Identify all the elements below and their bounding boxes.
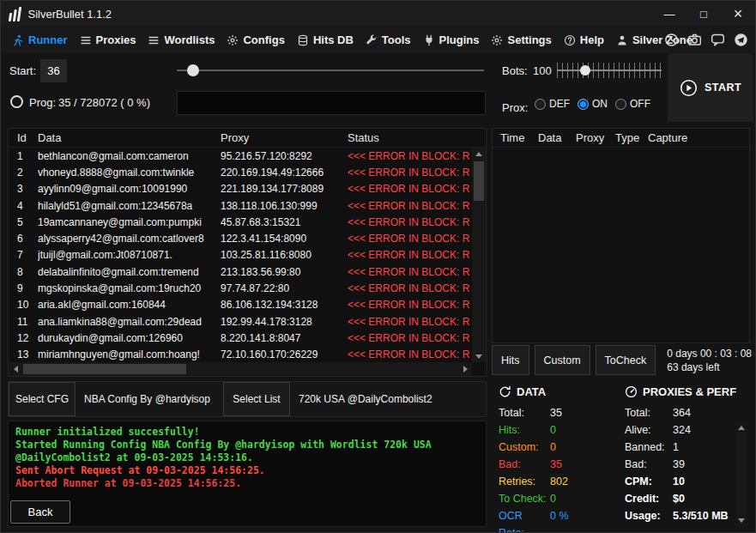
row-status: <<< ERROR IN BLOCK: R — [348, 216, 472, 228]
start-slider[interactable] — [177, 63, 484, 78]
slider-thumb-icon[interactable] — [187, 64, 199, 76]
row-id: 9 — [9, 282, 38, 294]
row-data: 19amcannaney@gmail.com:pumpki — [38, 216, 221, 228]
horizontal-scrollbar[interactable] — [9, 362, 472, 376]
chat-icon[interactable] — [711, 33, 725, 47]
result-row[interactable]: 11 ana.liamkina88@gmail.com:29dead 192.9… — [9, 313, 472, 330]
column-header-status[interactable]: Status — [348, 131, 486, 144]
column-header-id[interactable]: Id — [9, 131, 38, 144]
result-row[interactable]: 2 vhoneyd.8888@gmail.com:twinkle 220.169… — [9, 164, 472, 180]
prox-option-on[interactable]: ON — [578, 98, 608, 110]
column-header-proxy[interactable]: Proxy — [576, 131, 615, 144]
row-status: <<< ERROR IN BLOCK: R — [348, 200, 472, 212]
progress-radio[interactable] — [10, 95, 23, 108]
result-row[interactable]: 13 miriamhnguyen@gmail.com:hoang! 72.10.… — [9, 347, 472, 362]
result-row[interactable]: 1 bethlancon@gmail.com:cameron 95.216.57… — [9, 148, 472, 164]
column-header-data[interactable]: Data — [538, 131, 576, 144]
tab-hits[interactable]: Hits — [492, 345, 529, 375]
scroll-right-icon[interactable] — [458, 362, 472, 376]
column-header-type[interactable]: Type — [615, 131, 648, 144]
stat-total: Total: 35 — [499, 404, 620, 421]
column-header-time[interactable]: Time — [500, 131, 538, 144]
result-row[interactable]: 6 alyssaperry42@gmail.com:catlover8 122.… — [9, 230, 472, 246]
stat-label: OCR Rate: — [499, 507, 550, 533]
prox-option-def[interactable]: DEF — [535, 98, 570, 110]
runtime-timer: 0 days 00 : 03 : 08 63 days left — [667, 347, 752, 374]
stat-cpm: CPM: 10 — [625, 473, 752, 490]
refresh-icon — [499, 385, 511, 398]
select-list-button[interactable]: Select List — [223, 382, 290, 416]
result-row[interactable]: 4 hilalyld51@gmail.com:12345678a 138.118… — [9, 197, 472, 214]
result-row[interactable]: 8 delabalinfinito@gmail.com:tremend 213.… — [9, 263, 472, 280]
nav-item-help[interactable]: Help — [558, 27, 610, 53]
row-data: bethlancon@gmail.com:cameron — [38, 150, 221, 162]
nav-item-plugins[interactable]: Plugins — [417, 27, 486, 53]
row-data: ayylinn09@gmail.com:10091990 — [38, 183, 221, 195]
slider-track[interactable] — [557, 70, 662, 71]
horizontal-scroll-thumb[interactable] — [23, 364, 186, 374]
radio-icon — [535, 99, 546, 110]
row-id: 5 — [9, 216, 38, 228]
nav-item-tools[interactable]: Tools — [360, 27, 417, 53]
proxy-mode-options: DEF ON OFF — [535, 98, 650, 110]
minimize-button[interactable]: — — [652, 1, 686, 27]
result-row[interactable]: 10 aria.akl@gmail.com:160844 86.106.132.… — [9, 297, 472, 313]
slider-thumb-icon[interactable] — [580, 65, 590, 76]
nav-item-runner[interactable]: Runner — [6, 27, 74, 53]
stat-ocr-rate: OCR Rate: 0 % — [499, 507, 620, 533]
column-header-proxy[interactable]: Proxy — [221, 131, 348, 144]
camera-icon[interactable] — [687, 33, 702, 47]
progress-label: Prog: — [29, 96, 56, 109]
nav-item-settings[interactable]: Settings — [485, 27, 557, 53]
prox-option-off[interactable]: OFF — [615, 98, 650, 110]
maximize-button[interactable]: □ — [686, 1, 721, 27]
stat-total: Total: 364 — [625, 404, 752, 421]
proxies-stats-title: PROXIES & PERF — [643, 385, 736, 398]
result-row[interactable]: 3 ayylinn09@gmail.com:10091990 221.189.1… — [9, 181, 472, 197]
log-line: Runner initialized succesfully! — [15, 426, 467, 439]
close-button[interactable]: × — [721, 1, 755, 27]
nav-label: Tools — [382, 33, 411, 46]
back-button[interactable]: Back — [10, 500, 70, 524]
row-proxy: 72.10.160.170:26229 — [221, 348, 348, 360]
hits-tab-bar: Hits Custom ToCheck 0 days 00 : 03 : 08 … — [492, 343, 753, 376]
remaining-time: 63 days left — [667, 360, 752, 374]
telegram-icon[interactable] — [734, 33, 748, 47]
scroll-up-icon[interactable] — [472, 148, 486, 160]
nav-item-proxies[interactable]: Proxies — [74, 27, 142, 53]
bots-slider[interactable] — [557, 61, 662, 80]
tab-custom[interactable]: Custom — [535, 345, 590, 375]
result-row[interactable]: 9 mgskopinska@gmail.com:19ruch20 97.74.8… — [9, 280, 472, 296]
vertical-scrollbar[interactable] — [472, 148, 486, 362]
result-row[interactable]: 7 jtuijl@gmail.com:Jt08710871. 103.25.81… — [9, 247, 472, 263]
database-icon — [297, 34, 309, 46]
nav-item-wordlists[interactable]: Wordlists — [142, 27, 221, 53]
start-position-input[interactable] — [40, 59, 67, 82]
row-status: <<< ERROR IN BLOCK: R — [348, 282, 472, 294]
start-button[interactable]: START — [668, 53, 753, 122]
progress-input[interactable] — [177, 91, 486, 115]
tab-tocheck[interactable]: ToCheck — [596, 345, 656, 375]
history-icon[interactable] — [664, 33, 679, 47]
slider-track[interactable] — [177, 70, 484, 71]
row-proxy: 8.220.141.8:8047 — [221, 332, 348, 344]
stat-label: Credit: — [625, 490, 673, 507]
app-window: SilverBullet 1.1.2 — □ × Runner Proxies … — [0, 0, 756, 533]
result-row[interactable]: 12 durukaydin@gmail.com:126960 8.220.141… — [9, 330, 472, 346]
nav-item-configs[interactable]: Configs — [221, 27, 290, 53]
scroll-left-icon[interactable] — [9, 362, 22, 376]
nav-label: Help — [580, 33, 604, 46]
row-data: miriamhnguyen@gmail.com:hoang! — [38, 348, 221, 360]
row-proxy: 103.25.81.116:8080 — [221, 249, 348, 261]
vertical-scroll-thumb[interactable] — [474, 161, 484, 201]
play-icon — [680, 79, 698, 97]
result-row[interactable]: 5 19amcannaney@gmail.com:pumpki 45.87.68… — [9, 214, 472, 230]
data-stats-header: DATA — [499, 385, 620, 398]
stat-label: Custom: — [499, 439, 550, 456]
start-button-label: START — [705, 82, 741, 94]
column-header-capture[interactable]: Capture — [648, 131, 749, 144]
nav-item-hits-db[interactable]: Hits DB — [291, 27, 360, 53]
select-config-button[interactable]: Select CFG — [9, 382, 76, 416]
scroll-down-icon[interactable] — [472, 350, 486, 362]
column-header-data[interactable]: Data — [38, 131, 221, 144]
